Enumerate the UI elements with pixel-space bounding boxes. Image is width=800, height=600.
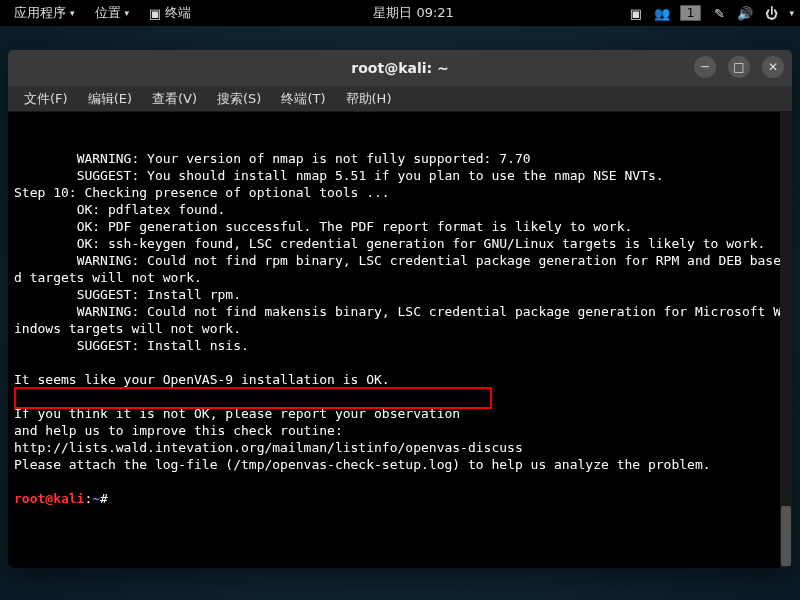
window-titlebar[interactable]: root@kali: ~ ─ □ ✕ [8, 50, 792, 86]
terminal-scrollbar[interactable] [780, 112, 792, 568]
video-icon[interactable]: ▣ [628, 6, 644, 21]
users-icon[interactable]: 👥 [654, 6, 670, 21]
menu-edit[interactable]: 编辑(E) [80, 88, 140, 110]
terminal-launcher[interactable]: ▣ 终端 [141, 4, 199, 22]
prompt-host: kali [53, 491, 84, 506]
topbar-left: 应用程序 ▾ 位置 ▾ ▣ 终端 [6, 4, 199, 22]
applications-menu[interactable]: 应用程序 ▾ [6, 4, 83, 22]
menu-file[interactable]: 文件(F) [16, 88, 76, 110]
window-title: root@kali: ~ [351, 60, 448, 76]
power-icon[interactable]: ⏻ [763, 6, 779, 21]
clock-text: 星期日 09:21 [373, 5, 454, 20]
chevron-down-icon: ▾ [70, 8, 75, 18]
terminal-launcher-label: 终端 [165, 4, 191, 22]
places-label: 位置 [95, 4, 121, 22]
topbar-right: ▣ 👥 1 ✎ 🔊 ⏻ ▾ [628, 5, 794, 21]
prompt-symbol: # [100, 491, 108, 506]
terminal-window: root@kali: ~ ─ □ ✕ 文件(F) 编辑(E) 查看(V) 搜索(… [8, 50, 792, 568]
maximize-button[interactable]: □ [728, 56, 750, 78]
menu-terminal[interactable]: 终端(T) [273, 88, 333, 110]
workspace-indicator[interactable]: 1 [680, 5, 702, 21]
scrollbar-thumb[interactable] [781, 506, 791, 566]
chevron-down-icon[interactable]: ▾ [789, 8, 794, 18]
prompt-path: ~ [92, 491, 100, 506]
close-button[interactable]: ✕ [762, 56, 784, 78]
applications-label: 应用程序 [14, 4, 66, 22]
minimize-button[interactable]: ─ [694, 56, 716, 78]
menu-help[interactable]: 帮助(H) [338, 88, 400, 110]
menu-view[interactable]: 查看(V) [144, 88, 205, 110]
menu-search[interactable]: 搜索(S) [209, 88, 269, 110]
volume-icon[interactable]: 🔊 [737, 6, 753, 21]
places-menu[interactable]: 位置 ▾ [87, 4, 138, 22]
desktop-topbar: 应用程序 ▾ 位置 ▾ ▣ 终端 星期日 09:21 ▣ 👥 1 ✎ 🔊 ⏻ ▾ [0, 0, 800, 26]
terminal-output: WARNING: Your version of nmap is not ful… [14, 150, 786, 507]
clock[interactable]: 星期日 09:21 [199, 4, 627, 22]
terminal-body[interactable]: WARNING: Your version of nmap is not ful… [8, 112, 792, 568]
terminal-icon: ▣ [149, 6, 161, 21]
tool-icon[interactable]: ✎ [711, 6, 727, 21]
prompt-user: root [14, 491, 45, 506]
prompt-at: @ [45, 491, 53, 506]
chevron-down-icon: ▾ [125, 8, 130, 18]
terminal-menubar: 文件(F) 编辑(E) 查看(V) 搜索(S) 终端(T) 帮助(H) [8, 86, 792, 112]
window-controls: ─ □ ✕ [694, 56, 784, 78]
